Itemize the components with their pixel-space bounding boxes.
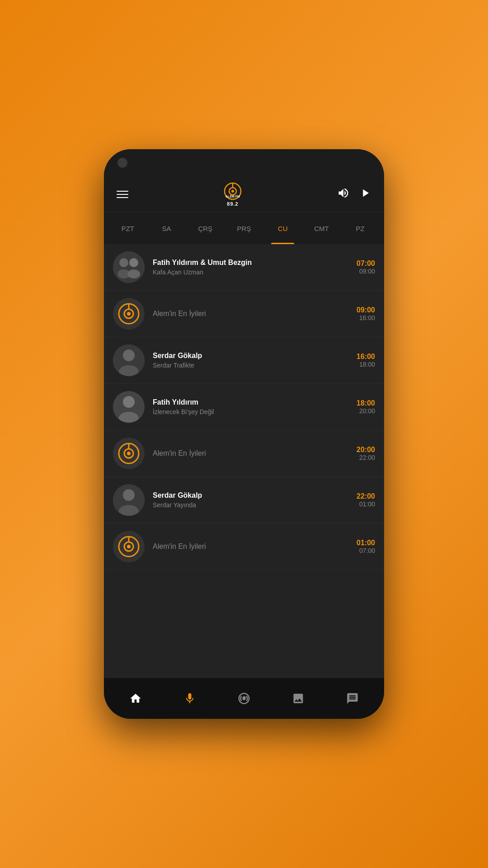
svg-text:ALEM FM: ALEM FM	[225, 195, 240, 198]
logo-subtitle: 89.2	[227, 201, 238, 207]
time-end-5: 22:00	[357, 454, 375, 461]
host-name-4: Fatih Yıldırım	[153, 398, 352, 406]
time-start-1: 07:00	[357, 259, 375, 268]
top-nav: ALEM FM 89.2	[104, 176, 384, 212]
show-name-1: Kafa Açan Uzman	[153, 269, 352, 276]
svg-point-9	[127, 269, 140, 278]
nav-gallery[interactable]	[271, 678, 325, 719]
time-end-2: 16:00	[357, 314, 375, 321]
item-times-2: 09:00 16:00	[357, 306, 375, 321]
item-times-5: 20:00 22:00	[357, 446, 375, 461]
svg-point-5	[113, 251, 145, 283]
time-start-2: 09:00	[357, 306, 375, 314]
schedule-item-3[interactable]: Serdar Gökalp Serdar Trafikte 16:00 18:0…	[104, 337, 384, 384]
show-name-5: Alem'in En İyileri	[153, 449, 352, 458]
item-info-1: Fatih Yıldırım & Umut Bezgin Kafa Açan U…	[153, 259, 352, 276]
phone-frame: ALEM FM 89.2 PZT	[104, 149, 384, 719]
item-times-1: 07:00 09:00	[357, 259, 375, 275]
time-end-3: 18:00	[357, 361, 375, 368]
item-info-2: Alem'in En İyileri	[153, 310, 352, 318]
schedule-item-1[interactable]: Fatih Yıldırım & Umut Bezgin Kafa Açan U…	[104, 244, 384, 291]
nav-chat[interactable]	[325, 678, 380, 719]
nav-radio[interactable]	[217, 678, 271, 719]
svg-point-12	[127, 312, 131, 316]
svg-point-25	[123, 489, 135, 501]
item-info-5: Alem'in En İyileri	[153, 449, 352, 458]
item-info-6: Serdar Gökalp Serdar Yayında	[153, 491, 352, 509]
camera-dot	[117, 158, 127, 168]
time-end-1: 09:00	[357, 268, 375, 275]
play-button[interactable]	[359, 187, 371, 202]
schedule-item-4[interactable]: Fatih Yıldırım İzlenecek Bi'şey Değil 18…	[104, 384, 384, 430]
status-bar	[104, 149, 384, 176]
phone-inner: ALEM FM 89.2 PZT	[104, 149, 384, 719]
avatar-3	[113, 344, 145, 376]
avatar-5	[113, 438, 145, 469]
item-info-4: Fatih Yıldırım İzlenecek Bi'şey Değil	[153, 398, 352, 415]
tab-cmt[interactable]: CMT	[302, 212, 341, 244]
svg-point-29	[127, 545, 131, 548]
nav-mic[interactable]	[163, 678, 217, 719]
host-name-1: Fatih Yıldırım & Umut Bezgin	[153, 259, 352, 267]
radio-icon	[237, 692, 251, 705]
avatar-2	[113, 298, 145, 330]
day-tabs: PZT SA ÇRŞ PRŞ CU CMT PZ	[104, 212, 384, 244]
show-name-3: Serdar Trafikte	[153, 362, 352, 369]
schedule-item-2[interactable]: Alem'in En İyileri 09:00 16:00	[104, 291, 384, 337]
tab-sa[interactable]: SA	[147, 212, 186, 244]
nav-right-controls	[337, 187, 371, 202]
schedule-list: Fatih Yıldırım & Umut Bezgin Kafa Açan U…	[104, 244, 384, 678]
item-times-3: 16:00 18:00	[357, 353, 375, 368]
tab-crs[interactable]: ÇRŞ	[186, 212, 225, 244]
time-end-6: 01:00	[357, 500, 375, 508]
bottom-nav	[104, 678, 384, 719]
time-start-3: 16:00	[357, 353, 375, 361]
time-start-5: 20:00	[357, 446, 375, 454]
volume-button[interactable]	[337, 187, 350, 202]
tab-pz[interactable]: PZ	[341, 212, 380, 244]
svg-point-18	[123, 396, 135, 408]
tab-prs[interactable]: PRŞ	[225, 212, 263, 244]
schedule-item-5[interactable]: Alem'in En İyileri 20:00 22:00	[104, 430, 384, 477]
host-name-3: Serdar Gökalp	[153, 352, 352, 360]
avatar-1	[113, 251, 145, 283]
svg-point-22	[127, 452, 131, 455]
tab-pzt[interactable]: PZT	[108, 212, 147, 244]
gallery-icon	[292, 692, 305, 705]
nav-home[interactable]	[108, 678, 163, 719]
avatar-7	[113, 531, 145, 562]
home-icon	[129, 692, 142, 705]
menu-button[interactable]	[117, 191, 128, 198]
item-times-4: 18:00 20:00	[357, 399, 375, 415]
show-name-7: Alem'in En İyileri	[153, 542, 352, 551]
svg-point-31	[242, 697, 246, 700]
avatar-6	[113, 484, 145, 516]
svg-point-6	[119, 258, 128, 267]
show-name-6: Serdar Yayında	[153, 501, 352, 509]
item-times-6: 22:00 01:00	[357, 492, 375, 508]
host-name-6: Serdar Gökalp	[153, 491, 352, 500]
avatar-4	[113, 391, 145, 423]
item-times-7: 01:00 07:00	[357, 539, 375, 554]
time-end-4: 20:00	[357, 407, 375, 415]
app-logo: ALEM FM 89.2	[224, 182, 242, 207]
logo-icon: ALEM FM	[224, 182, 242, 200]
time-end-7: 07:00	[357, 547, 375, 554]
svg-point-2	[231, 190, 234, 193]
schedule-item-6[interactable]: Serdar Gökalp Serdar Yayında 22:00 01:00	[104, 477, 384, 524]
svg-point-15	[123, 349, 135, 361]
time-start-6: 22:00	[357, 492, 375, 500]
time-start-7: 01:00	[357, 539, 375, 547]
chat-icon	[346, 692, 359, 705]
schedule-item-7[interactable]: Alem'in En İyileri 01:00 07:00	[104, 524, 384, 570]
show-name-2: Alem'in En İyileri	[153, 310, 352, 318]
item-info-3: Serdar Gökalp Serdar Trafikte	[153, 352, 352, 369]
time-start-4: 18:00	[357, 399, 375, 407]
show-name-4: İzlenecek Bi'şey Değil	[153, 408, 352, 415]
mic-icon	[183, 692, 196, 705]
item-info-7: Alem'in En İyileri	[153, 542, 352, 551]
tab-cu[interactable]: CU	[263, 212, 302, 244]
svg-point-8	[129, 258, 138, 267]
